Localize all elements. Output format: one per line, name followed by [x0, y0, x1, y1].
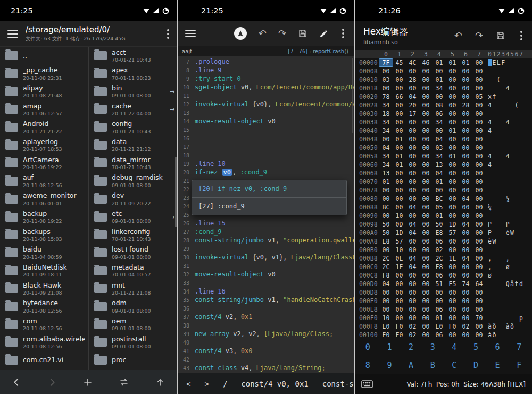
hex-byte[interactable]: 00 [459, 263, 472, 271]
hex-byte[interactable]: E0 [379, 331, 393, 339]
hex-byte[interactable]: 00 [459, 76, 472, 83]
hex-byte[interactable]: 00 [419, 119, 433, 126]
file-row[interactable]: config70-01-21 10:43 [89, 119, 177, 137]
hex-byte[interactable]: 00 [379, 246, 393, 254]
hex-row[interactable]: 000A0501D0400E8570000P èW [355, 229, 532, 237]
hex-byte[interactable]: 00 [446, 76, 459, 83]
hex-byte[interactable]: 00 [393, 306, 406, 313]
parent-directory-icon[interactable] [155, 378, 165, 387]
hex-byte[interactable]: 00 [446, 187, 459, 194]
file-row[interactable]: bytedance20-11-08 12:56 [0, 298, 88, 316]
hex-byte[interactable]: 02 [459, 323, 472, 330]
hex-ascii-text[interactable] [488, 144, 523, 152]
scrollbar-thumb[interactable] [175, 157, 177, 227]
tab-filename[interactable]: aajf [182, 48, 192, 54]
hex-ascii-text[interactable]: , , [488, 255, 523, 262]
hex-keypad-key[interactable]: F [508, 361, 530, 370]
hex-byte[interactable]: E8 [379, 238, 393, 245]
hex-byte[interactable]: E0 [433, 323, 446, 330]
hex-byte[interactable]: 00 [379, 195, 393, 203]
hex-byte[interactable]: 00 [472, 144, 486, 152]
hex-byte[interactable]: 34 [379, 102, 393, 109]
hex-byte[interactable]: 04 [406, 263, 419, 271]
file-row[interactable]: .. [0, 47, 88, 65]
hex-byte[interactable]: 00 [472, 187, 486, 194]
hex-byte[interactable]: 06 [433, 272, 446, 279]
hex-byte[interactable]: 00 [472, 136, 486, 143]
hex-byte[interactable]: 00 [433, 297, 446, 305]
hex-row[interactable]: 0004034000000000100004 [355, 127, 532, 135]
hex-byte[interactable]: 00 [393, 178, 406, 186]
hex-byte[interactable]: 00 [393, 170, 406, 177]
redo-icon[interactable]: ↷ [475, 31, 483, 40]
hex-byte[interactable]: 13 [379, 170, 393, 177]
hex-byte[interactable]: 28 [459, 102, 472, 109]
hex-byte[interactable]: 2C [433, 255, 446, 262]
hex-byte[interactable]: 00 [419, 306, 433, 313]
hex-byte[interactable]: 00 [406, 127, 419, 135]
hex-keypad-key[interactable]: 9 [379, 361, 401, 370]
hex-byte[interactable]: 2C [379, 263, 393, 271]
hex-byte[interactable]: 00 [433, 289, 446, 296]
hex-ascii-text[interactable]: p [488, 314, 523, 322]
hex-byte[interactable]: 00 [419, 144, 433, 152]
hex-byte[interactable]: 34 [379, 119, 393, 126]
hex-byte[interactable]: 00 [433, 127, 446, 135]
hex-byte[interactable]: 00 [472, 238, 486, 245]
hex-ascii-text[interactable] [488, 297, 523, 305]
hex-byte[interactable]: 00 [393, 204, 406, 211]
hex-byte[interactable]: 00 [459, 272, 472, 279]
hex-byte[interactable]: 00 [446, 144, 459, 152]
hex-byte[interactable]: 1E [446, 255, 459, 262]
hex-byte[interactable]: 10 [393, 246, 406, 254]
hex-byte[interactable]: 00 [446, 110, 459, 118]
overflow-menu-icon[interactable] [518, 29, 525, 43]
hex-byte[interactable]: 01 [446, 127, 459, 135]
hex-row[interactable]: 000180000000034000000 4 [355, 84, 532, 93]
hex-byte[interactable]: 7F [379, 59, 393, 66]
code-line[interactable]: 36 [178, 304, 354, 313]
code-line[interactable]: 14move-result-object v0 [178, 117, 354, 125]
swap-panels-icon[interactable] [119, 378, 129, 387]
hex-byte[interactable]: 00 [472, 306, 486, 313]
hex-byte[interactable]: 01 [446, 153, 459, 160]
overflow-menu-icon[interactable] [340, 27, 346, 40]
hex-ascii-text[interactable] [488, 187, 523, 194]
hex-byte[interactable]: 04 [379, 144, 393, 152]
code-line[interactable]: 19.line 10 [178, 160, 354, 168]
hex-byte[interactable]: 00 [459, 153, 472, 160]
hex-byte[interactable]: 04 [406, 255, 419, 262]
hex-byte[interactable]: 00 [393, 144, 406, 152]
hex-ascii-text[interactable] [488, 212, 523, 220]
hex-keypad-key[interactable]: 5 [465, 342, 487, 352]
hex-byte[interactable]: 01 [433, 212, 446, 220]
file-row[interactable]: aplayerlog20-11-07 18:53 [0, 136, 88, 154]
file-row[interactable]: odm09-01-01 08:00 [89, 298, 177, 316]
hex-byte[interactable]: BC [379, 204, 393, 211]
hex-byte[interactable]: F8 [379, 272, 393, 279]
navigate-icon[interactable] [234, 27, 247, 40]
hex-keypad-key[interactable]: 8 [357, 361, 379, 370]
hex-row[interactable]: 000080000000000000000 [355, 67, 532, 76]
hex-byte[interactable]: 78 [379, 93, 393, 100]
hex-keypad-key[interactable]: A [400, 361, 422, 370]
hex-byte[interactable]: 00 [379, 136, 393, 143]
file-row[interactable]: com20-11-08 12:56 [0, 315, 88, 333]
hex-byte[interactable]: F0 [393, 323, 406, 330]
hex-keypad-key[interactable]: 4 [444, 342, 466, 352]
file-row[interactable]: metadata70-01-04 10:57 [89, 262, 177, 280]
hex-ascii-text[interactable] [488, 246, 523, 254]
hex-byte[interactable]: 05 [433, 204, 446, 211]
file-row[interactable]: apex70-01-11 08:23 [89, 65, 177, 83]
hex-byte[interactable]: 00 [393, 280, 406, 288]
hex-byte[interactable]: 46 [419, 59, 433, 66]
hex-row[interactable]: 000007F454C4601010100 ELF [355, 58, 532, 67]
hex-keypad-key[interactable]: 2 [400, 342, 422, 352]
file-row[interactable]: proc [89, 351, 177, 370]
hex-byte[interactable]: 00 [419, 297, 433, 305]
hex-keypad-key[interactable]: C [444, 361, 466, 370]
hex-byte[interactable]: 00 [419, 272, 433, 279]
hex-byte[interactable]: 00 [472, 272, 486, 279]
scrollbar-thumb[interactable] [352, 58, 353, 133]
hex-byte[interactable]: 04 [459, 221, 472, 228]
